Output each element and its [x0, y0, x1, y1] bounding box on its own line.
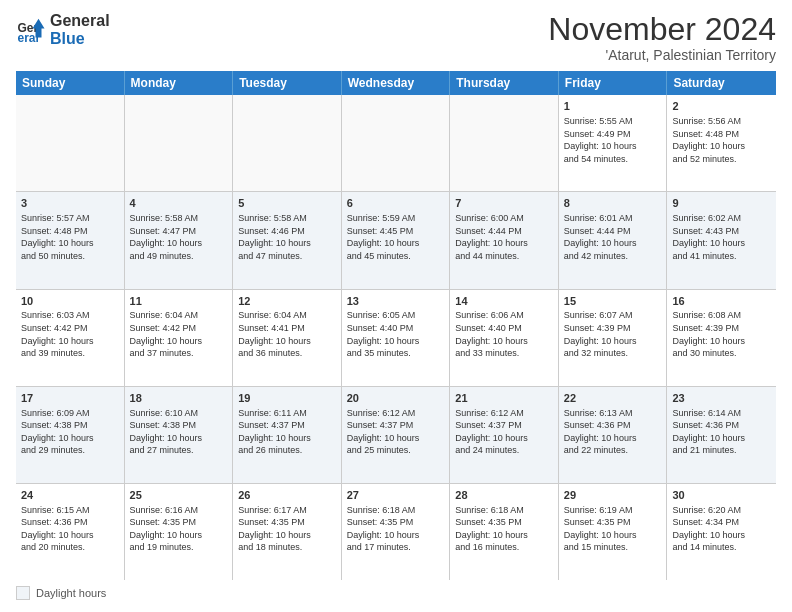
- day-info-5: Sunrise: 5:58 AM Sunset: 4:46 PM Dayligh…: [238, 212, 336, 262]
- day-info-28: Sunrise: 6:18 AM Sunset: 4:35 PM Dayligh…: [455, 504, 553, 554]
- day-cell-2: 2Sunrise: 5:56 AM Sunset: 4:48 PM Daylig…: [667, 95, 776, 191]
- empty-cell-0-4: [450, 95, 559, 191]
- day-cell-28: 28Sunrise: 6:18 AM Sunset: 4:35 PM Dayli…: [450, 484, 559, 580]
- logo-general: General: [50, 12, 110, 29]
- day-number-22: 22: [564, 391, 662, 406]
- header-cell-friday: Friday: [559, 71, 668, 95]
- day-number-18: 18: [130, 391, 228, 406]
- day-info-15: Sunrise: 6:07 AM Sunset: 4:39 PM Dayligh…: [564, 309, 662, 359]
- day-info-29: Sunrise: 6:19 AM Sunset: 4:35 PM Dayligh…: [564, 504, 662, 554]
- day-number-30: 30: [672, 488, 771, 503]
- day-info-9: Sunrise: 6:02 AM Sunset: 4:43 PM Dayligh…: [672, 212, 771, 262]
- day-info-22: Sunrise: 6:13 AM Sunset: 4:36 PM Dayligh…: [564, 407, 662, 457]
- logo: Gen eral General Blue: [16, 12, 110, 47]
- day-cell-22: 22Sunrise: 6:13 AM Sunset: 4:36 PM Dayli…: [559, 387, 668, 483]
- day-cell-13: 13Sunrise: 6:05 AM Sunset: 4:40 PM Dayli…: [342, 290, 451, 386]
- day-number-2: 2: [672, 99, 771, 114]
- day-cell-19: 19Sunrise: 6:11 AM Sunset: 4:37 PM Dayli…: [233, 387, 342, 483]
- day-number-20: 20: [347, 391, 445, 406]
- day-info-4: Sunrise: 5:58 AM Sunset: 4:47 PM Dayligh…: [130, 212, 228, 262]
- day-cell-7: 7Sunrise: 6:00 AM Sunset: 4:44 PM Daylig…: [450, 192, 559, 288]
- day-info-1: Sunrise: 5:55 AM Sunset: 4:49 PM Dayligh…: [564, 115, 662, 165]
- header-cell-sunday: Sunday: [16, 71, 125, 95]
- day-info-8: Sunrise: 6:01 AM Sunset: 4:44 PM Dayligh…: [564, 212, 662, 262]
- legend-box: [16, 586, 30, 600]
- day-cell-9: 9Sunrise: 6:02 AM Sunset: 4:43 PM Daylig…: [667, 192, 776, 288]
- day-info-7: Sunrise: 6:00 AM Sunset: 4:44 PM Dayligh…: [455, 212, 553, 262]
- logo-icon: Gen eral: [16, 15, 46, 45]
- day-number-8: 8: [564, 196, 662, 211]
- day-cell-14: 14Sunrise: 6:06 AM Sunset: 4:40 PM Dayli…: [450, 290, 559, 386]
- header-cell-wednesday: Wednesday: [342, 71, 451, 95]
- day-number-27: 27: [347, 488, 445, 503]
- day-cell-4: 4Sunrise: 5:58 AM Sunset: 4:47 PM Daylig…: [125, 192, 234, 288]
- month-title: November 2024: [548, 12, 776, 47]
- day-cell-8: 8Sunrise: 6:01 AM Sunset: 4:44 PM Daylig…: [559, 192, 668, 288]
- day-info-27: Sunrise: 6:18 AM Sunset: 4:35 PM Dayligh…: [347, 504, 445, 554]
- day-number-1: 1: [564, 99, 662, 114]
- day-info-3: Sunrise: 5:57 AM Sunset: 4:48 PM Dayligh…: [21, 212, 119, 262]
- day-info-12: Sunrise: 6:04 AM Sunset: 4:41 PM Dayligh…: [238, 309, 336, 359]
- day-cell-1: 1Sunrise: 5:55 AM Sunset: 4:49 PM Daylig…: [559, 95, 668, 191]
- header-cell-saturday: Saturday: [667, 71, 776, 95]
- day-number-7: 7: [455, 196, 553, 211]
- day-cell-6: 6Sunrise: 5:59 AM Sunset: 4:45 PM Daylig…: [342, 192, 451, 288]
- calendar: SundayMondayTuesdayWednesdayThursdayFrid…: [16, 71, 776, 580]
- day-info-18: Sunrise: 6:10 AM Sunset: 4:38 PM Dayligh…: [130, 407, 228, 457]
- day-cell-30: 30Sunrise: 6:20 AM Sunset: 4:34 PM Dayli…: [667, 484, 776, 580]
- day-number-16: 16: [672, 294, 771, 309]
- calendar-row-4: 17Sunrise: 6:09 AM Sunset: 4:38 PM Dayli…: [16, 387, 776, 484]
- day-cell-23: 23Sunrise: 6:14 AM Sunset: 4:36 PM Dayli…: [667, 387, 776, 483]
- day-info-26: Sunrise: 6:17 AM Sunset: 4:35 PM Dayligh…: [238, 504, 336, 554]
- day-number-3: 3: [21, 196, 119, 211]
- day-number-6: 6: [347, 196, 445, 211]
- day-number-9: 9: [672, 196, 771, 211]
- calendar-body: 1Sunrise: 5:55 AM Sunset: 4:49 PM Daylig…: [16, 95, 776, 580]
- day-info-24: Sunrise: 6:15 AM Sunset: 4:36 PM Dayligh…: [21, 504, 119, 554]
- calendar-row-3: 10Sunrise: 6:03 AM Sunset: 4:42 PM Dayli…: [16, 290, 776, 387]
- day-cell-3: 3Sunrise: 5:57 AM Sunset: 4:48 PM Daylig…: [16, 192, 125, 288]
- calendar-row-1: 1Sunrise: 5:55 AM Sunset: 4:49 PM Daylig…: [16, 95, 776, 192]
- day-number-12: 12: [238, 294, 336, 309]
- day-number-15: 15: [564, 294, 662, 309]
- calendar-header: SundayMondayTuesdayWednesdayThursdayFrid…: [16, 71, 776, 95]
- logo-blue: Blue: [50, 30, 85, 47]
- day-info-2: Sunrise: 5:56 AM Sunset: 4:48 PM Dayligh…: [672, 115, 771, 165]
- day-number-23: 23: [672, 391, 771, 406]
- day-number-11: 11: [130, 294, 228, 309]
- day-info-19: Sunrise: 6:11 AM Sunset: 4:37 PM Dayligh…: [238, 407, 336, 457]
- day-cell-15: 15Sunrise: 6:07 AM Sunset: 4:39 PM Dayli…: [559, 290, 668, 386]
- day-number-5: 5: [238, 196, 336, 211]
- empty-cell-0-2: [233, 95, 342, 191]
- day-info-6: Sunrise: 5:59 AM Sunset: 4:45 PM Dayligh…: [347, 212, 445, 262]
- day-cell-16: 16Sunrise: 6:08 AM Sunset: 4:39 PM Dayli…: [667, 290, 776, 386]
- location-subtitle: 'Atarut, Palestinian Territory: [548, 47, 776, 63]
- empty-cell-0-0: [16, 95, 125, 191]
- day-cell-17: 17Sunrise: 6:09 AM Sunset: 4:38 PM Dayli…: [16, 387, 125, 483]
- day-number-4: 4: [130, 196, 228, 211]
- day-number-25: 25: [130, 488, 228, 503]
- day-info-16: Sunrise: 6:08 AM Sunset: 4:39 PM Dayligh…: [672, 309, 771, 359]
- day-info-30: Sunrise: 6:20 AM Sunset: 4:34 PM Dayligh…: [672, 504, 771, 554]
- title-area: November 2024 'Atarut, Palestinian Terri…: [548, 12, 776, 63]
- day-number-19: 19: [238, 391, 336, 406]
- day-info-25: Sunrise: 6:16 AM Sunset: 4:35 PM Dayligh…: [130, 504, 228, 554]
- day-info-13: Sunrise: 6:05 AM Sunset: 4:40 PM Dayligh…: [347, 309, 445, 359]
- day-info-11: Sunrise: 6:04 AM Sunset: 4:42 PM Dayligh…: [130, 309, 228, 359]
- empty-cell-0-1: [125, 95, 234, 191]
- day-info-10: Sunrise: 6:03 AM Sunset: 4:42 PM Dayligh…: [21, 309, 119, 359]
- day-info-17: Sunrise: 6:09 AM Sunset: 4:38 PM Dayligh…: [21, 407, 119, 457]
- legend: Daylight hours: [16, 586, 776, 600]
- logo-wordmark: General Blue: [50, 12, 110, 47]
- header-cell-monday: Monday: [125, 71, 234, 95]
- day-info-14: Sunrise: 6:06 AM Sunset: 4:40 PM Dayligh…: [455, 309, 553, 359]
- day-number-24: 24: [21, 488, 119, 503]
- day-number-26: 26: [238, 488, 336, 503]
- day-cell-12: 12Sunrise: 6:04 AM Sunset: 4:41 PM Dayli…: [233, 290, 342, 386]
- day-number-10: 10: [21, 294, 119, 309]
- empty-cell-0-3: [342, 95, 451, 191]
- day-cell-10: 10Sunrise: 6:03 AM Sunset: 4:42 PM Dayli…: [16, 290, 125, 386]
- day-cell-26: 26Sunrise: 6:17 AM Sunset: 4:35 PM Dayli…: [233, 484, 342, 580]
- day-cell-11: 11Sunrise: 6:04 AM Sunset: 4:42 PM Dayli…: [125, 290, 234, 386]
- day-cell-27: 27Sunrise: 6:18 AM Sunset: 4:35 PM Dayli…: [342, 484, 451, 580]
